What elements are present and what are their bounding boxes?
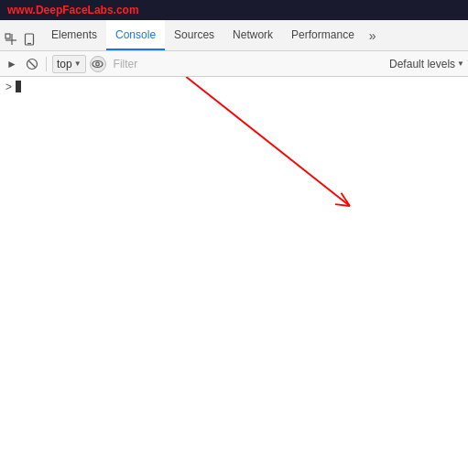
default-levels-label: Default levels xyxy=(389,58,455,70)
svg-line-11 xyxy=(335,204,350,206)
console-prompt-line: > xyxy=(5,81,463,93)
default-levels-selector[interactable]: Default levels ▼ xyxy=(389,58,464,70)
prompt-arrow: > xyxy=(5,81,12,93)
context-arrow-icon: ▼ xyxy=(74,60,82,68)
svg-line-10 xyxy=(341,193,349,206)
url-text: www.DeepFaceLabs.com xyxy=(7,4,139,16)
annotation-arrow xyxy=(0,77,468,476)
context-selector[interactable]: top ▼ xyxy=(52,55,86,73)
default-levels-arrow-icon: ▼ xyxy=(457,60,464,68)
expand-icon[interactable]: ► xyxy=(4,56,20,72)
tab-icon-group xyxy=(4,32,37,47)
filter-input[interactable] xyxy=(110,56,386,72)
tab-console[interactable]: Console xyxy=(106,20,165,50)
console-toolbar: ► top ▼ Default levels ▼ xyxy=(0,51,468,77)
svg-point-8 xyxy=(96,62,100,66)
clear-console-icon[interactable] xyxy=(24,56,40,72)
context-label: top xyxy=(57,58,72,70)
tab-console-label: Console xyxy=(115,28,156,41)
tab-performance-label: Performance xyxy=(291,28,354,41)
tab-performance[interactable]: Performance xyxy=(282,20,364,50)
url-bar: www.DeepFaceLabs.com xyxy=(0,0,468,20)
svg-point-7 xyxy=(93,60,103,67)
inspect-icon[interactable] xyxy=(4,32,18,47)
tab-elements-label: Elements xyxy=(51,28,97,41)
devtools-tab-bar: Elements Console Sources Network Perform… xyxy=(0,20,468,51)
eye-icon[interactable] xyxy=(90,56,106,72)
svg-line-6 xyxy=(29,60,36,67)
tab-network-label: Network xyxy=(233,28,273,41)
tab-sources[interactable]: Sources xyxy=(165,20,223,50)
tab-elements[interactable]: Elements xyxy=(42,20,106,50)
mobile-icon[interactable] xyxy=(22,32,37,47)
console-cursor xyxy=(16,81,21,92)
toolbar-divider xyxy=(46,57,47,71)
svg-rect-0 xyxy=(5,34,10,38)
console-content[interactable]: > xyxy=(0,77,468,476)
tab-more-button[interactable]: » xyxy=(364,25,382,47)
svg-line-9 xyxy=(186,77,350,206)
tab-network[interactable]: Network xyxy=(223,20,282,50)
tab-sources-label: Sources xyxy=(174,28,214,41)
